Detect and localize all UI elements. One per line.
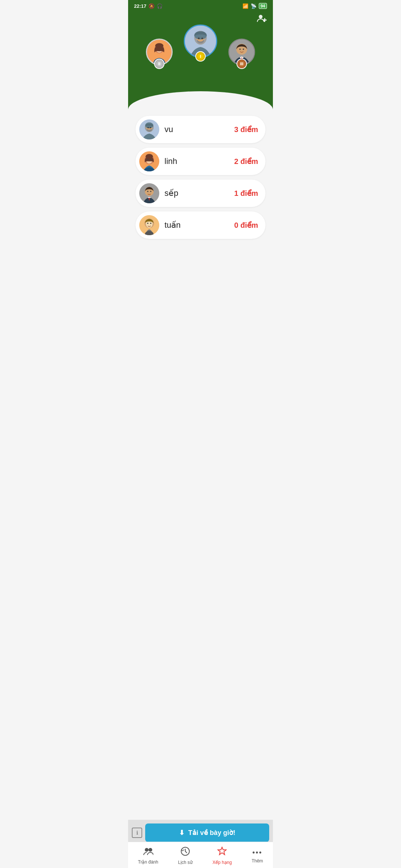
medal-gold: I [195,51,206,62]
player-score-linh: 2 điểm [234,157,258,166]
svg-point-26 [150,127,151,128]
svg-point-41 [150,223,151,224]
player-name-vu: vu [164,125,229,134]
leaderboard-list: vu 3 điểm linh 2 điểm [128,110,273,245]
avatar-vu [139,119,159,139]
svg-point-40 [147,223,149,224]
player-score-tuan: 0 điểm [234,221,258,230]
avatar-tuan [139,215,159,235]
svg-point-32 [150,159,151,160]
svg-point-31 [147,159,149,160]
podium: II [134,17,267,69]
svg-point-14 [201,37,203,39]
status-left: 22:17 🔕 🎧 [134,3,163,9]
podium-first: I [184,24,217,58]
podium-third: III [228,39,255,65]
status-bar: 22:17 🔕 🎧 📶 📡 94 [128,0,273,10]
signal-icon: 📶 [242,3,248,9]
mute-icon: 🔕 [149,3,154,9]
leaderboard-item-4: tuấn 0 điểm [136,211,265,239]
svg-point-13 [198,37,200,39]
battery: 94 [259,3,267,9]
svg-point-0 [259,15,263,19]
medal-bronze: III [237,59,247,69]
headphone-icon: 🎧 [157,3,163,9]
wifi-icon: 📡 [251,3,257,9]
avatar-linh [139,151,159,171]
leaderboard-item-2: linh 2 điểm [136,148,265,175]
svg-point-18 [243,49,244,50]
status-right: 📶 📡 94 [242,3,267,9]
player-score-vu: 3 điểm [234,125,258,134]
player-score-sep: 1 điểm [234,189,258,198]
podium-second: II [146,39,173,65]
header-area: II [128,10,273,91]
player-name-linh: linh [164,157,229,166]
leaderboard-item-3: sếp 1 điểm [136,180,265,207]
svg-point-35 [147,191,149,192]
svg-point-25 [147,127,149,128]
medal-silver: II [154,59,164,69]
add-user-button[interactable] [257,13,267,26]
svg-point-36 [150,191,151,192]
leaderboard-item-1: vu 3 điểm [136,116,265,143]
player-name-tuan: tuấn [164,220,229,230]
svg-point-17 [239,49,241,50]
wave-separator [128,91,273,110]
player-name-sep: sếp [164,188,229,198]
avatar-sep [139,183,159,203]
time: 22:17 [134,3,146,9]
